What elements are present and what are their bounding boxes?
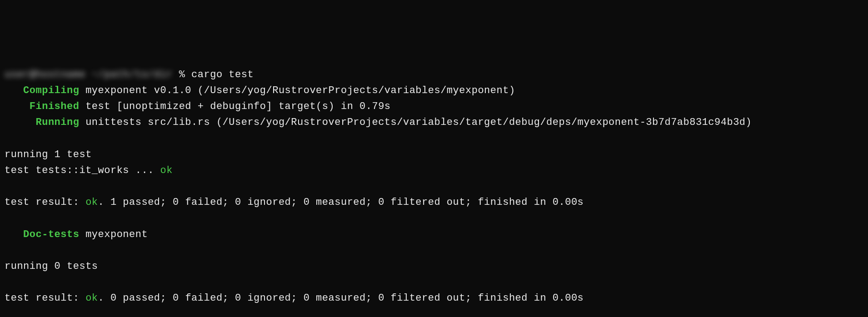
test-line-1: test tests::it_works ... ok — [5, 163, 863, 178]
terminal-output[interactable]: user@hostname ~/path/to/dir % cargo test… — [5, 67, 863, 307]
test-result-suffix-2: . 0 passed; 0 failed; 0 ignored; 0 measu… — [98, 292, 584, 304]
test-result-1: test result: ok. 1 passed; 0 failed; 0 i… — [5, 194, 863, 210]
finished-text: test [unoptimized + debuginfo] target(s)… — [79, 101, 390, 112]
running-text: unittests src/lib.rs (/Users/yog/Rustrov… — [79, 117, 752, 128]
doctests-text: myexponent — [79, 229, 148, 240]
test-result-ok-2: ok — [85, 292, 98, 304]
blank-line-3 — [5, 210, 863, 226]
finished-label: Finished — [30, 101, 80, 112]
prompt-prefix-blurred: user@hostname ~/path/to/dir — [5, 67, 173, 83]
doctests-label: Doc-tests — [23, 229, 79, 240]
test-result-2: test result: ok. 0 passed; 0 failed; 0 i… — [5, 290, 863, 306]
prompt-line: user@hostname ~/path/to/dir % cargo test — [5, 67, 863, 83]
finished-line: Finished test [unoptimized + debuginfo] … — [5, 99, 863, 114]
running-line: Running unittests src/lib.rs (/Users/yog… — [5, 114, 863, 130]
running-label: Running — [36, 117, 80, 128]
test-status-ok: ok — [160, 165, 173, 176]
test-result-suffix-1: . 1 passed; 0 failed; 0 ignored; 0 measu… — [98, 197, 584, 208]
test-result-ok-1: ok — [85, 197, 98, 208]
running-tests-1: running 1 test — [5, 147, 863, 163]
blank-line-1 — [5, 131, 863, 147]
blank-line-5 — [5, 274, 863, 290]
running-tests-2: running 0 tests — [5, 258, 863, 274]
command-text: cargo test — [191, 69, 254, 80]
compiling-text: myexponent v0.1.0 (/Users/yog/RustroverP… — [79, 85, 515, 96]
compiling-line: Compiling myexponent v0.1.0 (/Users/yog/… — [5, 83, 863, 99]
blank-line-2 — [5, 178, 863, 194]
test-result-prefix-2: test result: — [5, 292, 85, 304]
test-result-prefix-1: test result: — [5, 197, 85, 208]
test-line-prefix: test tests::it_works ... — [5, 165, 160, 176]
prompt-separator: % — [173, 69, 191, 80]
blank-line-4 — [5, 243, 863, 258]
compiling-label: Compiling — [23, 85, 79, 96]
doctests-line: Doc-tests myexponent — [5, 227, 863, 243]
